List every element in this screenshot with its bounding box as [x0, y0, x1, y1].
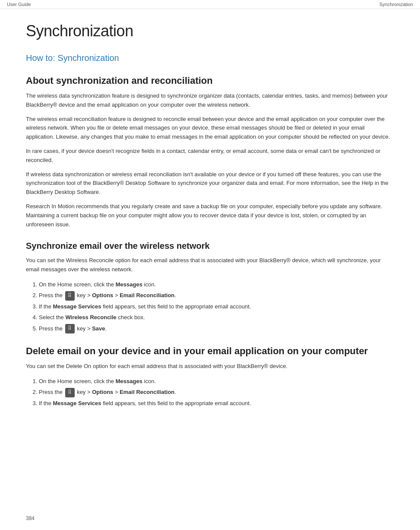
delete-email-steps: On the Home screen, click the Messages i…	[39, 376, 394, 408]
section-heading-sync-email: Synchronize email over the wireless netw…	[26, 241, 394, 251]
page-number: 384	[26, 515, 35, 521]
section-heading-about: About synchronization and reconciliation	[26, 75, 394, 86]
list-item: If the Message Services field appears, s…	[39, 301, 394, 311]
delete-email-intro: You can set the Delete On option for eac…	[26, 362, 394, 371]
list-item: Press the key > Options > Email Reconcil…	[39, 387, 394, 397]
header-bar: User Guide Synchronization	[0, 0, 420, 9]
header-right: Synchronization	[379, 2, 413, 7]
section-heading-delete-email: Delete email on your device and in your …	[26, 346, 394, 357]
about-para-3: In rare cases, if your device doesn't re…	[26, 147, 394, 165]
list-item: Press the key > Save.	[39, 324, 394, 334]
about-para-4: If wireless data synchronization or wire…	[26, 170, 394, 197]
about-para-2: The wireless email reconciliation featur…	[26, 115, 394, 142]
section-subtitle: How to: Synchronization	[26, 53, 394, 63]
list-item: On the Home screen, click the Messages i…	[39, 279, 394, 289]
footer-bar: 384	[26, 515, 35, 521]
header-left: User Guide	[7, 2, 31, 7]
bb-key-icon	[65, 388, 75, 397]
bb-key-icon	[65, 291, 75, 301]
sync-email-steps: On the Home screen, click the Messages i…	[39, 279, 394, 333]
main-content: Synchronization How to: Synchronization …	[0, 9, 420, 439]
about-para-1: The wireless data synchronization featur…	[26, 92, 394, 110]
sync-email-intro: You can set the Wireless Reconcile optio…	[26, 256, 394, 274]
about-para-5: Research In Motion recommends that you r…	[26, 202, 394, 229]
list-item: Select the Wireless Reconcile check box.	[39, 312, 394, 322]
list-item: On the Home screen, click the Messages i…	[39, 376, 394, 386]
page-title: Synchronization	[26, 22, 394, 40]
list-item: If the Message Services field appears, s…	[39, 398, 394, 408]
bb-key-icon	[65, 324, 75, 333]
list-item: Press the key > Options > Email Reconcil…	[39, 290, 394, 301]
